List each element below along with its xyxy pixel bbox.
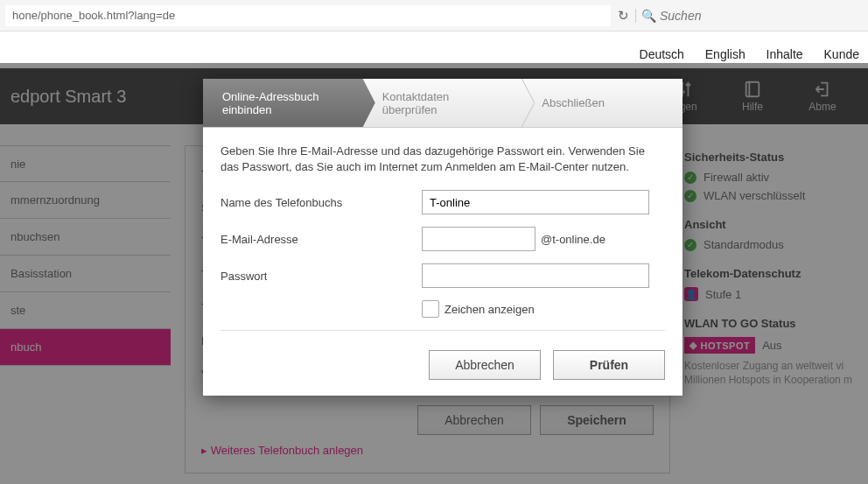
lang-de-link[interactable]: Deutsch: [640, 47, 684, 61]
phonebook-name-input[interactable]: [422, 190, 649, 214]
wizard-step-1[interactable]: Online-Adressbuch einbinden: [203, 79, 363, 127]
url-input[interactable]: [5, 5, 611, 26]
password-label: Passwort: [220, 270, 422, 283]
show-chars-label: Zeichen anzeigen: [444, 303, 535, 316]
online-addressbook-dialog: Online-Adressbuch einbinden Kontaktdaten…: [203, 79, 682, 396]
lang-en-link[interactable]: English: [705, 47, 746, 61]
search-box: 🔍: [635, 9, 863, 23]
wizard-steps: Online-Adressbuch einbinden Kontaktdaten…: [203, 79, 682, 128]
reload-icon[interactable]: ↻: [611, 8, 635, 24]
email-input[interactable]: [422, 227, 536, 251]
dialog-check-button[interactable]: Prüfen: [553, 350, 665, 380]
top-links: Deutsch English Inhalte Kunde: [631, 47, 868, 61]
show-chars-checkbox[interactable]: [422, 300, 439, 318]
dialog-cancel-button[interactable]: Abbrechen: [429, 350, 541, 380]
customer-link[interactable]: Kunde: [824, 47, 859, 61]
dialog-intro-text: Geben Sie Ihre E-Mail-Adresse und das da…: [220, 144, 665, 174]
search-icon: 🔍: [641, 9, 656, 23]
browser-chrome: ↻ 🔍: [0, 0, 868, 32]
page: Deutsch English Inhalte Kunde edport Sma…: [0, 32, 868, 484]
email-label: E-Mail-Adresse: [220, 233, 422, 246]
email-suffix: @t-online.de: [541, 233, 606, 246]
phonebook-name-label: Name des Telefonbuchs: [220, 196, 422, 209]
wizard-step-3: Abschließen: [522, 79, 682, 127]
password-input[interactable]: [422, 263, 649, 288]
contents-link[interactable]: Inhalte: [766, 47, 803, 61]
wizard-step-2: Kontaktdaten überprüfen: [363, 79, 523, 127]
dialog-divider: [220, 330, 665, 331]
search-input[interactable]: [660, 9, 863, 23]
